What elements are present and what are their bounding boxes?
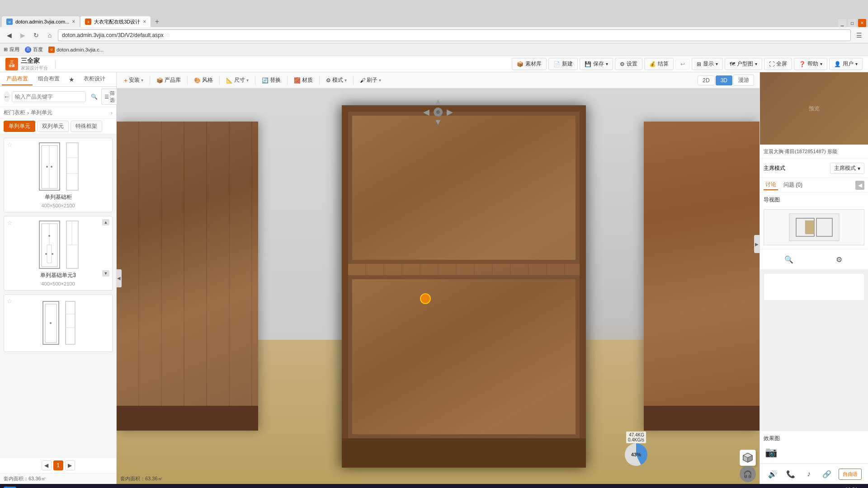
view-2d-btn[interactable]: 2D (698, 75, 714, 85)
3d-viewport[interactable]: + 安装 ▾ 📦 产品库 🎨 风格 📐 尺寸 ▾ (117, 72, 760, 484)
install-btn[interactable]: + 安装 ▾ (120, 75, 147, 85)
dimension-arrow-icon: ▾ (246, 78, 249, 83)
view-3d-btn[interactable]: 3D (716, 75, 732, 85)
brush-icon: 🖌 (360, 77, 365, 84)
save-btn[interactable]: 💾 保存 ▾ (580, 58, 613, 70)
close-btn[interactable]: × (858, 19, 866, 27)
app-topbar: 三 全家 三全家 家装设计平台 📦 素材库 📄 新建 💾 保存 ▾ (0, 56, 868, 72)
wardrobe-panel-top (348, 112, 580, 264)
user-btn[interactable]: 👤 用户 ▾ (829, 58, 863, 70)
product-lib-btn[interactable]: 📦 产品库 (153, 75, 184, 85)
3d-corner-btn[interactable] (740, 450, 756, 466)
current-page-btn[interactable]: 1 (53, 460, 63, 470)
floorplan-btn[interactable]: 🗺 户型图 ▾ (725, 58, 762, 70)
cursor-indicator (420, 293, 431, 304)
replace-btn[interactable]: 🔄 替换 (258, 75, 284, 85)
product-name-2: 单列基础单元3 (8, 272, 108, 279)
tab-wardrobe-design[interactable]: 衣柜设计 (79, 73, 110, 85)
chat-input-placeholder[interactable] (764, 273, 864, 300)
prev-page-btn[interactable]: ◀ (42, 460, 52, 470)
panel-collapse-btn[interactable]: ◀ (855, 181, 864, 190)
address-box[interactable]: doton.admin.3vjia.com/3D/V2/default.aspx… (58, 29, 851, 41)
bookmark-doton[interactable]: d doton.admin.3vjia.c... (48, 47, 104, 53)
home-btn[interactable]: ⌂ (44, 30, 55, 41)
tab-issues[interactable]: 问题 (0) (782, 180, 804, 190)
start-btn[interactable] (2, 485, 18, 488)
nav-left-btn[interactable]: ◀ (423, 107, 429, 117)
tab-product-layout[interactable]: 产品布置 (2, 73, 33, 85)
forward-btn[interactable]: ▶ (17, 30, 28, 41)
display-btn[interactable]: ⊞ 显示 ▾ (692, 58, 723, 70)
new-tab-btn[interactable]: + (151, 16, 162, 27)
guide-map (764, 209, 864, 245)
breadcrumb-item-2[interactable]: 单列单元 (31, 109, 52, 117)
bookmark-apps[interactable]: ⊞ 应用 (4, 46, 19, 53)
favorite-icon-2[interactable]: ☆ (7, 219, 13, 226)
style-icon: 🎨 (194, 77, 201, 84)
product-name-1: 单列基础柜 (8, 193, 108, 201)
next-page-btn[interactable]: ▶ (65, 460, 75, 470)
link-icon-btn[interactable]: 🔗 (821, 468, 833, 480)
nav-center-btn[interactable] (434, 108, 443, 117)
topbar-divider-1 (55, 60, 56, 69)
tab1-close-btn[interactable]: × (72, 19, 75, 25)
mode-dropdown-btn[interactable]: 主席模式 ▾ (830, 163, 864, 174)
dimension-btn[interactable]: 📐 尺寸 ▾ (222, 75, 252, 85)
sub-tab-double[interactable]: 双列单元 (37, 121, 69, 132)
tab-combo-layout[interactable]: 组合布置 (33, 73, 64, 85)
view-walkthrough-btn[interactable]: 漫游 (733, 75, 754, 86)
camera-icon-btn[interactable]: 📷 (764, 445, 778, 460)
materials-btn[interactable]: 📦 素材库 (512, 58, 547, 70)
minimize-btn[interactable]: _ (838, 19, 846, 27)
favorite-icon-3[interactable]: ☆ (7, 297, 13, 305)
maximize-btn[interactable]: □ (848, 19, 856, 27)
menu-btn[interactable]: ☰ (854, 30, 864, 41)
scroll-down-btn[interactable]: ▼ (102, 270, 109, 277)
brush-btn[interactable]: 🖌 刷子 ▾ (356, 75, 385, 85)
checkout-btn[interactable]: 💰 结算 (644, 58, 674, 70)
breadcrumb-item-1[interactable]: 柜门衣柜 (4, 109, 25, 117)
back-btn[interactable]: ◀ (4, 30, 14, 41)
search-submit-btn[interactable]: 🔍 (89, 91, 99, 102)
browser-tab-1[interactable]: d doton.admin.3vjia.com... × (2, 16, 80, 27)
sub-tab-special[interactable]: 特殊框架 (71, 121, 102, 132)
help-btn[interactable]: ❓ 帮助 ▾ (794, 58, 827, 70)
material-btn[interactable]: 🧱 材质 (290, 75, 316, 85)
scroll-up-btn[interactable]: ▲ (102, 219, 109, 225)
nav-up-btn[interactable]: ▲ (434, 97, 442, 107)
free-talk-btn[interactable]: 自由语 (839, 469, 862, 480)
search-icon-btn[interactable]: 🔍 (783, 253, 795, 266)
new-btn[interactable]: 📄 新建 (548, 58, 578, 70)
browser-tab-2[interactable]: 3 大衣宅配在线3D设计 × (80, 16, 151, 27)
phone-icon-btn[interactable]: 📞 (784, 468, 797, 480)
settings-icon-btn[interactable]: ⚙ (833, 253, 845, 266)
mode-btn[interactable]: ⚙ 模式 ▾ (322, 75, 350, 85)
nav-down-btn[interactable]: ▼ (434, 117, 442, 127)
fullscreen-btn[interactable]: ⛶ 全屏 (764, 58, 792, 70)
perf-stat-1: 47.4KG (628, 432, 644, 437)
browser-titlebar (0, 0, 868, 14)
product-size-2: 400×500×2100 (8, 281, 108, 286)
tab2-close-btn[interactable]: × (143, 19, 146, 25)
back-nav-btn[interactable]: ← (4, 91, 10, 102)
refresh-btn[interactable]: ↻ (31, 30, 42, 41)
right-panel-collapse-btn[interactable]: ▶ (754, 235, 760, 253)
bookmark-star-icon[interactable]: ☆ (165, 32, 170, 38)
undo-btn[interactable]: ↩ (675, 59, 690, 70)
nav-right-btn[interactable]: ▶ (447, 107, 453, 117)
wardrobe-panel-bottom (348, 275, 580, 438)
style-btn[interactable]: 🎨 风格 (190, 75, 217, 85)
music-icon-btn[interactable]: ♪ (802, 468, 815, 480)
volume-icon-btn[interactable]: 🔊 (766, 468, 779, 480)
tab-discussion[interactable]: 讨论 (764, 180, 778, 190)
tab-favorites[interactable]: ★ (65, 74, 78, 85)
product-search-input[interactable] (12, 91, 86, 102)
sidebar-collapse-btn[interactable]: ◀ (116, 269, 122, 287)
sub-tab-single[interactable]: 单列单元 (4, 121, 35, 132)
settings-btn[interactable]: ⚙ 设置 (615, 58, 642, 70)
filter-btn[interactable]: ☰ 筛选 (101, 89, 118, 105)
headphone-btn[interactable]: 🎧 (740, 466, 756, 482)
bookmark-baidu[interactable]: 百 百度 (25, 46, 43, 53)
favorite-icon-1[interactable]: ☆ (7, 141, 13, 148)
mode-label: 模式 (332, 76, 343, 84)
